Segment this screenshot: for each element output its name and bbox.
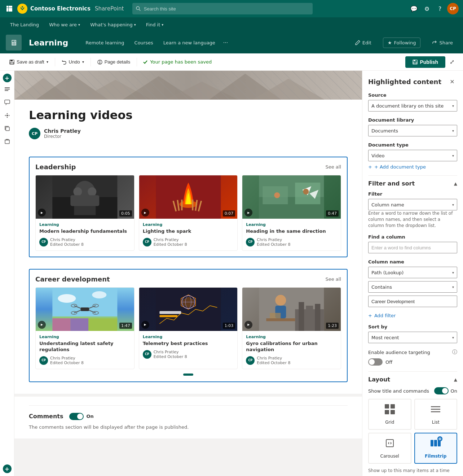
undo-button[interactable]: Undo ▾ <box>58 57 88 67</box>
play-button[interactable]: ▶ <box>141 209 149 217</box>
video-author-date: Edited October 8 <box>50 242 84 247</box>
svg-rect-8 <box>10 10 12 12</box>
source-dropdown[interactable]: A document library on this site ▾ <box>368 100 457 112</box>
video-author: CP Chris Pratley Edited October 8 <box>143 350 234 359</box>
svg-point-62 <box>58 294 76 303</box>
section-slider[interactable] <box>35 374 341 376</box>
filter-sort-header[interactable]: Filter and sort ▲ <box>368 180 457 187</box>
column-name-dropdown[interactable]: Path (Lookup) ▾ <box>368 267 457 278</box>
video-thumbnail[interactable]: ▶ 0:05 <box>36 175 134 219</box>
column-name-label: Column name <box>368 259 457 265</box>
filter-value-input[interactable] <box>368 296 457 307</box>
career-section: Career development See all <box>29 269 348 382</box>
svg-rect-93 <box>385 404 389 409</box>
play-button[interactable]: ▶ <box>141 321 149 329</box>
video-thumbnail[interactable]: ▶ 0:07 <box>139 175 238 219</box>
leadership-video-grid: ▶ 0:05 Learning Modern leadership fundam… <box>35 175 341 251</box>
share-button[interactable]: Share <box>428 38 457 48</box>
page-nav-more[interactable]: ··· <box>221 37 230 48</box>
video-thumbnail[interactable]: ▶ 1:47 <box>36 288 134 331</box>
filter-dropdown[interactable]: Column name ▾ <box>368 199 457 210</box>
doc-type-dropdown[interactable]: Video ▾ <box>368 150 457 161</box>
layout-header[interactable]: Layout ▲ <box>368 376 457 383</box>
nav-item-happening[interactable]: What's happening ▾ <box>86 19 140 30</box>
svg-rect-104 <box>434 440 437 446</box>
add-doc-type-button[interactable]: + + Add document type <box>368 164 457 170</box>
search-bar[interactable] <box>132 3 313 14</box>
copy-icon[interactable] <box>1 123 13 134</box>
video-thumbnail[interactable]: ▶ 0:47 <box>242 175 341 219</box>
text-icon[interactable] <box>1 84 13 95</box>
comment-icon[interactable] <box>1 97 13 108</box>
show-title-toggle-switch[interactable] <box>434 387 449 394</box>
app-launcher-button[interactable] <box>4 4 14 14</box>
fullscreen-button[interactable]: ⤢ <box>447 56 457 67</box>
play-button[interactable]: ▶ <box>38 209 46 217</box>
settings-icon[interactable]: ⚙ <box>421 3 433 14</box>
video-author-avatar: CP <box>39 356 48 365</box>
nav-item-findit[interactable]: Find it ▾ <box>142 19 168 30</box>
audience-toggle-switch[interactable] <box>368 358 383 366</box>
following-button[interactable]: ★ Following <box>383 38 421 48</box>
see-all-leadership[interactable]: See all <box>325 164 341 170</box>
page-details-button[interactable]: Page details <box>94 57 134 67</box>
edit-button[interactable]: Edit <box>351 38 376 48</box>
user-avatar[interactable]: CP <box>447 3 459 14</box>
add-section-bottom-button[interactable]: + <box>3 464 12 473</box>
svg-point-10 <box>22 6 23 8</box>
svg-rect-17 <box>100 62 100 64</box>
chat-icon[interactable]: 💬 <box>408 3 420 14</box>
page-nav-courses[interactable]: Courses <box>130 37 158 48</box>
save-draft-button[interactable]: Save as draft ▾ <box>6 57 52 67</box>
filter-section: Filter Column name ▾ Enter a word to nar… <box>368 191 457 228</box>
video-thumbnail[interactable]: ▶ 1:03 <box>139 288 238 331</box>
contains-dropdown[interactable]: Contains ▾ <box>368 281 457 293</box>
svg-marker-34 <box>166 82 238 100</box>
add-section-top-button[interactable]: + <box>3 74 12 82</box>
svg-rect-49 <box>192 200 193 210</box>
comments-section: Comments On The comments section will be… <box>14 397 362 438</box>
leadership-section-container: Leadership See all <box>14 157 362 269</box>
svg-marker-102 <box>391 442 392 445</box>
svg-marker-30 <box>14 78 72 100</box>
svg-point-58 <box>274 192 280 198</box>
publish-button[interactable]: Publish <box>405 56 445 68</box>
panel-close-button[interactable]: ✕ <box>447 77 457 87</box>
svg-rect-88 <box>315 304 321 331</box>
video-thumbnail[interactable]: ▶ 1:23 <box>242 288 341 331</box>
nav-item-landing[interactable]: The Landing <box>6 19 43 30</box>
add-filter-button[interactable]: + Add filter <box>368 313 457 318</box>
video-tag: Learning <box>39 222 131 227</box>
filter-label: Filter <box>368 191 457 197</box>
page-nav-remote[interactable]: Remote learning <box>81 37 128 48</box>
comments-toggle: On <box>69 413 94 420</box>
layout-option-filmstrip[interactable]: Filmstrip <box>414 433 458 464</box>
delete-icon[interactable] <box>1 136 13 147</box>
svg-rect-96 <box>391 410 395 414</box>
layout-option-carousel[interactable]: Carousel <box>368 433 411 464</box>
svg-rect-100 <box>386 440 393 447</box>
search-input[interactable] <box>144 6 309 12</box>
layout-option-grid[interactable]: Grid <box>368 399 411 430</box>
save-draft-chevron[interactable]: ▾ <box>47 60 48 64</box>
page-main-title: Learning videos <box>29 108 348 122</box>
undo-chevron[interactable]: ▾ <box>82 60 84 64</box>
page-nav-language[interactable]: Learn a new language <box>159 37 220 48</box>
video-duration: 1:47 <box>119 323 132 329</box>
nav-item-who[interactable]: Who we are ▾ <box>45 19 84 30</box>
find-column-input[interactable] <box>368 242 457 253</box>
see-all-career[interactable]: See all <box>325 276 341 282</box>
svg-rect-83 <box>159 315 177 317</box>
video-title: Modern leadership fundamentals <box>39 228 131 235</box>
layout-option-list[interactable]: List <box>414 399 458 430</box>
doc-library-dropdown[interactable]: Documents ▾ <box>368 125 457 136</box>
audience-info-icon[interactable]: ⓘ <box>452 349 457 355</box>
move-icon[interactable] <box>1 110 13 121</box>
sort-by-dropdown[interactable]: Most recent ▾ <box>368 332 457 343</box>
help-icon[interactable]: ? <box>434 3 446 14</box>
sort-by-value: Most recent <box>371 335 399 340</box>
play-button[interactable]: ▶ <box>38 321 46 329</box>
contains-value: Contains <box>371 284 392 290</box>
comments-toggle-switch[interactable] <box>69 413 84 420</box>
brand-logo[interactable]: Contoso Electronics SharePoint <box>17 4 124 14</box>
